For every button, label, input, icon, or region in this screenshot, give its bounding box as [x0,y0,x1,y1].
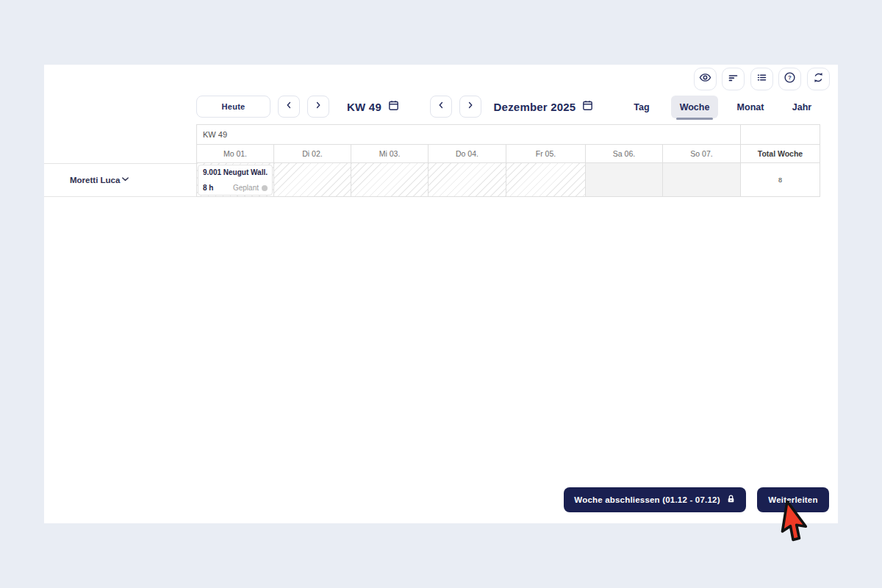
forward-label: Weiterleiten [768,495,817,504]
chevron-left-icon [436,100,446,113]
sync-icon [812,71,825,87]
table-row: 9.001 Neugut Wall... 8 h Geplant 8 [196,163,820,197]
day-cell-mo[interactable]: 9.001 Neugut Wall... 8 h Geplant [197,163,274,197]
list-view-button[interactable] [750,68,773,90]
next-month-button[interactable] [459,96,481,118]
day-cell-sa[interactable] [586,163,663,197]
month-picker[interactable]: Dezember 2025 [485,96,603,118]
calendar-icon [387,99,400,115]
day-cell-mi[interactable] [351,163,429,197]
day-cell-di[interactable] [274,163,351,197]
prev-week-button[interactable] [278,96,300,118]
week-group-label: KW 49 [197,124,741,144]
tab-jahr[interactable]: Jahr [780,96,824,118]
lock-icon [726,494,736,506]
employee-row-header[interactable]: Moretti Luca [44,163,196,197]
entry-hours: 8 h [203,184,213,192]
week-group-total-spacer [741,124,820,144]
tab-monat[interactable]: Monat [725,96,775,118]
today-button[interactable]: Heute [196,96,270,118]
chevron-left-icon [284,100,294,113]
status-dot-icon [262,185,268,191]
sort-button[interactable] [722,68,745,90]
close-week-button[interactable]: Woche abschliessen (01.12 - 07.12) [564,487,746,512]
day-header-fr: Fr 05. [506,144,586,163]
day-cell-fr[interactable] [506,163,586,197]
list-icon [756,71,768,87]
day-cell-so[interactable] [663,163,741,197]
svg-text:?: ? [788,74,792,81]
help-button[interactable]: ? [778,68,801,90]
week-group-row: KW 49 [196,124,820,144]
prev-month-button[interactable] [430,96,452,118]
day-header-di: Di 02. [274,144,351,163]
entry-status-label: Geplant [233,184,259,192]
sort-icon [727,71,739,87]
day-header-mi: Mi 03. [351,144,429,163]
entry-title: 9.001 Neugut Wall... [203,168,268,176]
day-header-mo: Mo 01. [197,144,274,163]
question-icon: ? [784,71,796,87]
entry-details: 8 h Geplant [203,184,268,192]
week-total-cell: 8 [741,163,820,197]
day-cell-do[interactable] [429,163,506,197]
refresh-button[interactable] [807,68,830,90]
day-header-row: Mo 01. Di 02. Mi 03. Do 04. Fr 05. Sa 06… [196,144,820,163]
total-week-header: Total Woche [741,144,820,163]
tab-woche[interactable]: Woche [671,96,718,118]
chevron-right-icon [465,100,476,113]
forward-button[interactable]: Weiterleiten [757,487,829,512]
week-picker[interactable]: KW 49 [333,96,414,118]
day-header-sa: Sa 06. [586,144,663,163]
next-week-button[interactable] [307,96,329,118]
week-label: KW 49 [347,101,381,113]
calendar-icon [581,99,594,115]
close-week-label: Woche abschliessen (01.12 - 07.12) [574,495,720,504]
tab-tag[interactable]: Tag [620,96,664,118]
chevron-down-icon [120,173,138,187]
month-label: Dezember 2025 [494,101,576,113]
planner-panel: ? Heute KW 49 [44,65,838,523]
employee-name: Moretti Luca [70,176,120,184]
visibility-button[interactable] [694,68,717,90]
planning-entry-card[interactable]: 9.001 Neugut Wall... 8 h Geplant [198,165,273,196]
entry-status: Geplant [233,184,268,192]
planning-screen: ? Heute KW 49 [0,0,882,588]
day-header-do: Do 04. [429,144,506,163]
eye-icon [699,71,711,87]
day-header-so: So 07. [663,144,741,163]
chevron-right-icon [313,100,323,113]
